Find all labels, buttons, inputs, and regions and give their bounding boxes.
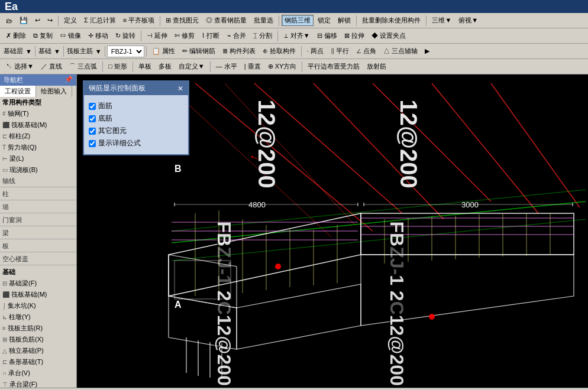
align2-btn[interactable]: ⊥ 对齐▼ [280, 30, 313, 41]
cb-formula-input[interactable] [89, 140, 96, 147]
horizontal-btn[interactable]: — 水平 [213, 61, 240, 72]
sidebar-item-raft2[interactable]: ⬛筏板基础(M) [0, 289, 76, 300]
cb-face-label: 面筋 [98, 101, 112, 111]
arc-btn[interactable]: ⌒ 三点弧 [66, 61, 100, 72]
copy-btn[interactable]: ⧉ 复制 [30, 30, 56, 41]
move-btn[interactable]: ✛ 移动 [85, 30, 111, 41]
sep8 [35, 46, 35, 57]
extend-btn[interactable]: ⊣ 延伸 [144, 30, 170, 41]
align-btn[interactable]: ≡ 平齐板项 [120, 15, 157, 26]
sidebar-item-col-base[interactable]: ⊾柱墩(Y) [0, 311, 76, 323]
col-section: 柱 [0, 188, 76, 200]
rebar-3d-btn[interactable]: 钢筋三维 [282, 15, 314, 26]
radial-btn[interactable]: 放射筋 [364, 61, 389, 72]
canvas-area[interactable]: 4800 3000 B A 12@200 12@200 [77, 74, 588, 388]
layer-arrow: ▼ [25, 48, 32, 55]
nav-pin[interactable]: 📌 [64, 76, 73, 84]
top-view-btn[interactable]: 俯视▼ [455, 15, 481, 26]
cb-bottom-input[interactable] [89, 115, 96, 122]
sidebar-item-beam[interactable]: ⊢梁(L) [0, 153, 76, 164]
more-btn[interactable]: ▶ [422, 46, 432, 56]
base-label: 基础 [37, 47, 53, 56]
sidebar-item-col[interactable]: ⊏框柱(Z) [0, 131, 76, 142]
door-section: 门窗洞 [0, 214, 76, 226]
open-btn[interactable]: 🗁 [3, 16, 15, 25]
svg-point-40 [429, 314, 435, 320]
sidebar-scroll[interactable]: 常用构件类型 #轴网(T) ⬛筏板基础(M) ⊏框柱(Z) T剪力墙(Q) ⊢梁… [0, 97, 76, 388]
sidebar-item-cap[interactable]: ∩承台(V) [0, 368, 76, 379]
sep10 [105, 46, 105, 57]
rect-btn[interactable]: □ 矩形 [105, 61, 130, 72]
sidebar-item-slab[interactable]: ▭现浇板(B) [0, 164, 76, 176]
lock-btn[interactable]: 锁定 [315, 15, 334, 26]
find-btn[interactable]: ⊞ 查找图元 [163, 15, 202, 26]
nav-tab-engineering[interactable]: 工程设置 [0, 86, 36, 97]
rotate-btn[interactable]: ↻ 旋转 [112, 30, 138, 41]
hollow-section: 空心楼盖 [0, 254, 76, 265]
status-bar: X: 0.000 Y: 0.000 [0, 388, 588, 390]
cb-other-input[interactable] [89, 128, 96, 135]
pick-btn[interactable]: ⊕ 拾取构件 [260, 46, 299, 57]
edit-rebar-btn[interactable]: ✏ 编辑钢筋 [179, 46, 218, 57]
unlock-btn[interactable]: 解锁 [335, 15, 354, 26]
sidebar-item-pit[interactable]: ⌡集水坑(K) [0, 300, 76, 311]
three-point-btn[interactable]: △ 三点辅轴 [380, 46, 421, 57]
nav-tab-drawing[interactable]: 绘图输入 [36, 86, 72, 97]
parallel-edge-btn[interactable]: 平行边布置受力筋 [305, 61, 363, 72]
multi-plate-btn[interactable]: 多板 [156, 61, 175, 72]
sidebar-item-shear[interactable]: T剪力墙(Q) [0, 142, 76, 153]
select-btn[interactable]: ↖ 选择▼ [3, 61, 37, 72]
cb-face-input[interactable] [89, 103, 96, 110]
beam-section: 梁 [0, 228, 76, 239]
sidebar-item-ind-fnd[interactable]: △独立基础(P) [0, 345, 76, 356]
trim-btn[interactable]: ✄ 修剪 [172, 30, 198, 41]
line-btn[interactable]: ／ 直线 [38, 61, 65, 72]
parallel-btn[interactable]: ∥ 平行 [328, 46, 352, 57]
ind-fnd-icon: △ [2, 347, 7, 354]
two-point-btn[interactable]: · 两点 [304, 46, 327, 57]
view-rebar-btn[interactable]: ◎ 查看钢筋量 [203, 15, 250, 26]
redo-btn[interactable]: ↪ [44, 15, 56, 25]
custom-btn[interactable]: 自定义▼ [176, 61, 208, 72]
fbzj-select[interactable]: FBZJ-1 [107, 46, 144, 57]
merge-btn[interactable]: ⌁ 合并 [224, 30, 249, 41]
undo-btn[interactable]: ↩ [32, 15, 43, 25]
xy-btn[interactable]: ⊕ XY方向 [265, 61, 300, 72]
sidebar-item-raft[interactable]: ⬛筏板基础(M) [0, 119, 76, 131]
3d-btn[interactable]: 三维▼ [429, 15, 454, 26]
del-btn[interactable]: ✗ 删除 [3, 30, 29, 41]
mirror-btn[interactable]: ⇔ 镜像 [57, 30, 84, 41]
sep5 [426, 15, 427, 26]
fnd-beam-icon: ⊟ [2, 280, 7, 287]
rebar-panel-close[interactable]: ✕ [177, 84, 183, 93]
vertical-btn[interactable]: | 垂直 [241, 61, 264, 72]
sidebar-item-fnd-beam[interactable]: ⊟基础梁(F) [0, 278, 76, 289]
batch-del-btn[interactable]: 批量删除未使用构件 [359, 15, 424, 26]
annotation-12-200-right: 12@200 [395, 100, 422, 188]
set-grip-btn[interactable]: ◆ 设置夹点 [369, 30, 409, 41]
split-btn[interactable]: ⌶ 分割 [250, 30, 275, 41]
single-plate-btn[interactable]: 单板 [135, 61, 154, 72]
calc-btn[interactable]: Σ 汇总计算 [81, 15, 119, 26]
svg-marker-14 [237, 284, 361, 349]
sidebar-item-strip[interactable]: ⊏条形基础(T) [0, 356, 76, 368]
offset-btn[interactable]: ⊟ 偏移 [314, 30, 340, 41]
svg-point-39 [275, 264, 281, 269]
sep4 [356, 15, 357, 26]
property-btn[interactable]: 📋 属性 [149, 46, 178, 57]
sidebar-item-neg-bar[interactable]: ⊞筏板负筋(X) [0, 334, 76, 345]
angle-btn[interactable]: ∠ 点角 [353, 46, 379, 57]
sidebar: 导航栏 📌 工程设置 绘图输入 常用构件类型 #轴网(T) ⬛筏板基础(M) ⊏… [0, 74, 77, 388]
checkbox-formula: 显示详细公式 [89, 137, 183, 150]
break-btn[interactable]: ⌇ 打断 [199, 30, 222, 41]
sidebar-item-cap-beam[interactable]: ⊤承台梁(F) [0, 379, 76, 388]
comp-list-btn[interactable]: ≣ 构件列表 [219, 46, 259, 57]
save-btn[interactable]: 💾 [17, 15, 31, 25]
sidebar-item-axis[interactable]: #轴网(T) [0, 108, 76, 119]
stretch-btn[interactable]: ⊠ 拉伸 [341, 30, 367, 41]
batch-btn[interactable]: 批量选 [251, 15, 276, 26]
beam-icon: ⊢ [2, 155, 8, 162]
define-btn[interactable]: 定义 [61, 15, 80, 26]
wall-section: 墙 [0, 202, 76, 213]
sidebar-item-main-bar[interactable]: ≡筏板主筋(R) [0, 323, 76, 334]
